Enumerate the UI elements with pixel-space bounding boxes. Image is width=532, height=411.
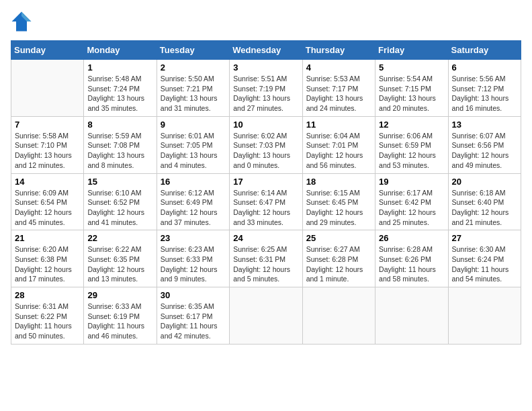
calendar-day-cell: 25 Sunrise: 6:27 AM Sunset: 6:28 PM Dayl… xyxy=(302,230,375,287)
calendar-day-cell: 20 Sunrise: 6:18 AM Sunset: 6:40 PM Dayl… xyxy=(448,173,521,230)
day-info: Sunrise: 6:22 AM Sunset: 6:35 PM Dayligh… xyxy=(87,244,152,284)
logo xyxy=(11,11,35,32)
weekday-header: Sunday xyxy=(11,41,84,60)
day-info: Sunrise: 5:56 AM Sunset: 7:12 PM Dayligh… xyxy=(452,74,517,113)
calendar-day-cell: 12 Sunrise: 6:06 AM Sunset: 6:59 PM Dayl… xyxy=(375,116,448,173)
calendar-day-cell xyxy=(11,60,84,117)
day-info: Sunrise: 6:15 AM Sunset: 6:45 PM Dayligh… xyxy=(306,188,371,228)
day-info: Sunrise: 6:06 AM Sunset: 6:59 PM Dayligh… xyxy=(379,131,444,171)
day-number: 26 xyxy=(379,233,444,243)
calendar-day-cell: 7 Sunrise: 5:58 AM Sunset: 7:10 PM Dayli… xyxy=(11,116,84,173)
calendar-day-cell: 1 Sunrise: 5:48 AM Sunset: 7:24 PM Dayli… xyxy=(84,60,157,117)
calendar-day-cell: 17 Sunrise: 6:14 AM Sunset: 6:47 PM Dayl… xyxy=(230,173,302,230)
day-info: Sunrise: 6:04 AM Sunset: 7:01 PM Dayligh… xyxy=(306,131,371,171)
calendar-day-cell: 21 Sunrise: 6:20 AM Sunset: 6:38 PM Dayl… xyxy=(11,230,84,287)
day-number: 7 xyxy=(15,120,80,130)
calendar-day-cell: 23 Sunrise: 6:23 AM Sunset: 6:33 PM Dayl… xyxy=(157,230,229,287)
day-info: Sunrise: 6:28 AM Sunset: 6:26 PM Dayligh… xyxy=(379,244,444,284)
weekday-header: Wednesday xyxy=(230,41,302,60)
calendar-day-cell: 29 Sunrise: 6:33 AM Sunset: 6:19 PM Dayl… xyxy=(84,287,157,345)
day-info: Sunrise: 6:31 AM Sunset: 6:22 PM Dayligh… xyxy=(15,302,80,341)
calendar-day-cell xyxy=(302,287,375,345)
calendar-day-cell: 19 Sunrise: 6:17 AM Sunset: 6:42 PM Dayl… xyxy=(375,173,448,230)
day-number: 4 xyxy=(306,62,371,73)
page-header xyxy=(11,11,521,32)
day-info: Sunrise: 6:27 AM Sunset: 6:28 PM Dayligh… xyxy=(306,244,371,284)
day-info: Sunrise: 6:17 AM Sunset: 6:42 PM Dayligh… xyxy=(379,188,444,228)
calendar-day-cell: 4 Sunrise: 5:53 AM Sunset: 7:17 PM Dayli… xyxy=(302,60,375,117)
calendar-week-row: 7 Sunrise: 5:58 AM Sunset: 7:10 PM Dayli… xyxy=(11,116,521,173)
day-info: Sunrise: 6:10 AM Sunset: 6:52 PM Dayligh… xyxy=(87,188,152,228)
calendar-day-cell: 24 Sunrise: 6:25 AM Sunset: 6:31 PM Dayl… xyxy=(230,230,302,287)
day-number: 13 xyxy=(452,120,517,130)
calendar-day-cell xyxy=(375,287,448,345)
calendar-week-row: 14 Sunrise: 6:09 AM Sunset: 6:54 PM Dayl… xyxy=(11,173,521,230)
calendar-day-cell: 11 Sunrise: 6:04 AM Sunset: 7:01 PM Dayl… xyxy=(302,116,375,173)
day-info: Sunrise: 6:01 AM Sunset: 7:05 PM Dayligh… xyxy=(161,131,226,171)
day-info: Sunrise: 6:18 AM Sunset: 6:40 PM Dayligh… xyxy=(452,188,517,228)
day-number: 19 xyxy=(379,177,444,187)
day-number: 15 xyxy=(87,177,152,187)
day-info: Sunrise: 6:12 AM Sunset: 6:49 PM Dayligh… xyxy=(161,188,226,228)
calendar-day-cell: 27 Sunrise: 6:30 AM Sunset: 6:24 PM Dayl… xyxy=(448,230,521,287)
day-number: 10 xyxy=(233,120,298,130)
day-info: Sunrise: 6:33 AM Sunset: 6:19 PM Dayligh… xyxy=(87,302,152,341)
calendar-day-cell: 13 Sunrise: 6:07 AM Sunset: 6:56 PM Dayl… xyxy=(448,116,521,173)
weekday-header: Tuesday xyxy=(157,41,229,60)
day-number: 3 xyxy=(233,62,298,73)
calendar-week-row: 21 Sunrise: 6:20 AM Sunset: 6:38 PM Dayl… xyxy=(11,230,521,287)
day-number: 29 xyxy=(87,290,152,300)
day-number: 20 xyxy=(452,177,517,187)
day-info: Sunrise: 6:02 AM Sunset: 7:03 PM Dayligh… xyxy=(233,131,298,171)
day-number: 18 xyxy=(306,177,371,187)
calendar-day-cell xyxy=(448,287,521,345)
day-number: 25 xyxy=(306,233,371,243)
calendar-day-cell: 5 Sunrise: 5:54 AM Sunset: 7:15 PM Dayli… xyxy=(375,60,448,117)
calendar-day-cell: 15 Sunrise: 6:10 AM Sunset: 6:52 PM Dayl… xyxy=(84,173,157,230)
day-info: Sunrise: 5:58 AM Sunset: 7:10 PM Dayligh… xyxy=(15,131,80,171)
day-info: Sunrise: 5:50 AM Sunset: 7:21 PM Dayligh… xyxy=(161,74,226,113)
day-number: 12 xyxy=(379,120,444,130)
day-info: Sunrise: 6:14 AM Sunset: 6:47 PM Dayligh… xyxy=(233,188,298,228)
day-info: Sunrise: 5:53 AM Sunset: 7:17 PM Dayligh… xyxy=(306,74,371,113)
calendar-day-cell: 26 Sunrise: 6:28 AM Sunset: 6:26 PM Dayl… xyxy=(375,230,448,287)
day-number: 27 xyxy=(452,233,517,243)
day-number: 1 xyxy=(87,62,152,73)
day-number: 21 xyxy=(15,233,80,243)
day-number: 28 xyxy=(15,290,80,300)
day-number: 5 xyxy=(379,62,444,73)
day-info: Sunrise: 6:20 AM Sunset: 6:38 PM Dayligh… xyxy=(15,244,80,284)
day-info: Sunrise: 5:48 AM Sunset: 7:24 PM Dayligh… xyxy=(87,74,152,113)
calendar-week-row: 28 Sunrise: 6:31 AM Sunset: 6:22 PM Dayl… xyxy=(11,287,521,345)
day-number: 11 xyxy=(306,120,371,130)
calendar-day-cell: 10 Sunrise: 6:02 AM Sunset: 7:03 PM Dayl… xyxy=(230,116,302,173)
calendar-day-cell xyxy=(230,287,302,345)
calendar-day-cell: 9 Sunrise: 6:01 AM Sunset: 7:05 PM Dayli… xyxy=(157,116,229,173)
day-info: Sunrise: 5:51 AM Sunset: 7:19 PM Dayligh… xyxy=(233,74,298,113)
weekday-header: Monday xyxy=(84,41,157,60)
day-number: 8 xyxy=(87,120,152,130)
calendar-day-cell: 2 Sunrise: 5:50 AM Sunset: 7:21 PM Dayli… xyxy=(157,60,229,117)
calendar-day-cell: 14 Sunrise: 6:09 AM Sunset: 6:54 PM Dayl… xyxy=(11,173,84,230)
day-info: Sunrise: 5:59 AM Sunset: 7:08 PM Dayligh… xyxy=(87,131,152,171)
calendar-day-cell: 18 Sunrise: 6:15 AM Sunset: 6:45 PM Dayl… xyxy=(302,173,375,230)
calendar-week-row: 1 Sunrise: 5:48 AM Sunset: 7:24 PM Dayli… xyxy=(11,60,521,117)
day-info: Sunrise: 6:09 AM Sunset: 6:54 PM Dayligh… xyxy=(15,188,80,228)
calendar-day-cell: 22 Sunrise: 6:22 AM Sunset: 6:35 PM Dayl… xyxy=(84,230,157,287)
day-number: 6 xyxy=(452,62,517,73)
weekday-header: Saturday xyxy=(448,41,521,60)
weekday-header: Friday xyxy=(375,41,448,60)
day-info: Sunrise: 6:23 AM Sunset: 6:33 PM Dayligh… xyxy=(161,244,226,284)
calendar-day-cell: 3 Sunrise: 5:51 AM Sunset: 7:19 PM Dayli… xyxy=(230,60,302,117)
day-number: 17 xyxy=(233,177,298,187)
day-number: 22 xyxy=(87,233,152,243)
calendar-day-cell: 28 Sunrise: 6:31 AM Sunset: 6:22 PM Dayl… xyxy=(11,287,84,345)
weekday-header-row: SundayMondayTuesdayWednesdayThursdayFrid… xyxy=(11,41,521,60)
day-number: 16 xyxy=(161,177,226,187)
day-number: 30 xyxy=(161,290,226,300)
weekday-header: Thursday xyxy=(302,41,375,60)
day-number: 9 xyxy=(161,120,226,130)
day-number: 2 xyxy=(161,62,226,73)
calendar-day-cell: 16 Sunrise: 6:12 AM Sunset: 6:49 PM Dayl… xyxy=(157,173,229,230)
day-info: Sunrise: 6:30 AM Sunset: 6:24 PM Dayligh… xyxy=(452,244,517,284)
